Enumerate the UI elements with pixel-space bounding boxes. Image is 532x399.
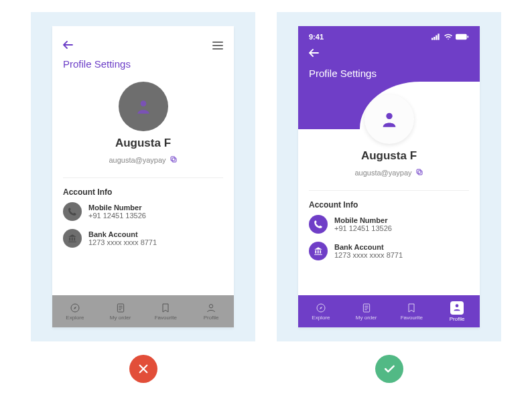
- page-title: Profile Settings: [309, 68, 469, 79]
- bank-value: 1273 xxxx xxxx 8771: [334, 251, 403, 259]
- svg-point-17: [456, 304, 459, 307]
- mobile-row[interactable]: Mobile Number +91 12451 13526: [309, 215, 469, 234]
- svg-rect-6: [431, 38, 433, 40]
- nav-favourite-label: Favourite: [401, 315, 423, 321]
- avatar[interactable]: [119, 82, 168, 131]
- svg-point-5: [209, 304, 212, 307]
- svg-rect-14: [417, 169, 421, 173]
- panel-left: Profile Settings Augusta F augusta@yaypa…: [31, 12, 255, 341]
- avatar[interactable]: [364, 94, 414, 144]
- svg-rect-10: [456, 34, 467, 39]
- mobile-value: +91 12451 13526: [334, 224, 392, 232]
- copy-icon[interactable]: [170, 155, 178, 165]
- phone-mockup-left: Profile Settings Augusta F augusta@yaypa…: [52, 26, 234, 327]
- status-time: 9:41: [309, 33, 324, 41]
- person-icon: [135, 98, 152, 115]
- divider: [63, 177, 223, 178]
- nav-order-label: My order: [110, 315, 131, 321]
- profile-name: Augusta F: [309, 149, 469, 163]
- nav-order-label: My order: [356, 315, 377, 321]
- phone-mockup-right: 9:41 Profile Settings August: [298, 26, 480, 327]
- nav-profile-label: Profile: [450, 316, 465, 322]
- nav-explore[interactable]: Explore: [298, 295, 344, 327]
- mobile-row[interactable]: Mobile Number +91 12451 13526: [63, 202, 223, 221]
- profile-name: Augusta F: [63, 137, 223, 150]
- bad-example-container: Profile Settings Augusta F augusta@yaypa…: [31, 12, 255, 383]
- status-bar: 9:41: [309, 33, 469, 41]
- person-icon: [380, 110, 399, 129]
- nav-favourite[interactable]: Favourite: [143, 295, 189, 327]
- panel-right: 9:41 Profile Settings August: [277, 12, 501, 341]
- compass-icon: [70, 303, 80, 313]
- nav-favourite-label: Favourite: [155, 315, 177, 321]
- verdict-good-icon: [375, 355, 403, 383]
- nav-favourite[interactable]: Favourite: [389, 295, 435, 327]
- svg-rect-1: [172, 158, 176, 162]
- bank-row[interactable]: Bank Account 1273 xxxx xxxx 8771: [63, 229, 223, 248]
- account-info-heading: Account Info: [63, 187, 223, 197]
- back-icon[interactable]: [309, 48, 320, 59]
- profile-email: augusta@yaypay: [109, 156, 165, 164]
- nav-order[interactable]: My order: [344, 295, 389, 327]
- bank-value: 1273 xxxx xxxx 8771: [88, 238, 157, 246]
- bank-label: Bank Account: [334, 243, 403, 251]
- bank-icon: [63, 229, 82, 248]
- check-icon: [383, 362, 396, 376]
- nav-explore[interactable]: Explore: [52, 295, 98, 327]
- bank-icon: [309, 242, 328, 260]
- bottom-nav: Explore My order Favourite Profile: [298, 295, 480, 327]
- wifi-icon: [444, 33, 453, 40]
- nav-profile[interactable]: Profile: [434, 295, 480, 327]
- nav-profile-label: Profile: [204, 315, 219, 321]
- svg-point-0: [140, 100, 146, 106]
- copy-icon[interactable]: [415, 168, 423, 177]
- mobile-label: Mobile Number: [88, 204, 146, 212]
- svg-rect-13: [418, 171, 422, 175]
- phone-icon: [309, 215, 328, 234]
- order-icon: [115, 303, 126, 313]
- phone-icon: [63, 202, 82, 221]
- svg-rect-7: [434, 37, 435, 40]
- profile-icon: [206, 303, 216, 313]
- account-info-heading: Account Info: [309, 200, 469, 210]
- good-example-container: 9:41 Profile Settings August: [277, 12, 501, 383]
- x-icon: [137, 363, 149, 375]
- bank-row[interactable]: Bank Account 1273 xxxx xxxx 8771: [309, 242, 469, 260]
- back-icon[interactable]: [63, 39, 74, 52]
- svg-rect-8: [436, 35, 437, 40]
- nav-explore-label: Explore: [66, 315, 84, 321]
- bank-label: Bank Account: [88, 230, 157, 238]
- verdict-bad-icon: [129, 355, 157, 383]
- bookmark-icon: [406, 303, 417, 313]
- signal-icon: [431, 33, 441, 40]
- bookmark-icon: [160, 303, 171, 313]
- menu-icon[interactable]: [212, 42, 223, 50]
- nav-explore-label: Explore: [312, 315, 330, 321]
- divider: [309, 190, 469, 191]
- mobile-value: +91 12451 13526: [88, 212, 146, 220]
- profile-email: augusta@yaypay: [354, 169, 411, 177]
- nav-profile[interactable]: Profile: [188, 295, 234, 327]
- bottom-nav: Explore My order Favourite Profile: [52, 295, 234, 327]
- profile-icon: [452, 303, 462, 312]
- order-icon: [361, 303, 372, 313]
- svg-rect-2: [171, 157, 175, 161]
- battery-icon: [456, 33, 469, 40]
- svg-rect-9: [438, 33, 439, 39]
- mobile-label: Mobile Number: [334, 216, 392, 224]
- svg-rect-11: [468, 35, 469, 37]
- nav-order[interactable]: My order: [98, 295, 143, 327]
- svg-point-12: [386, 113, 392, 119]
- compass-icon: [316, 303, 326, 313]
- page-title: Profile Settings: [63, 58, 223, 70]
